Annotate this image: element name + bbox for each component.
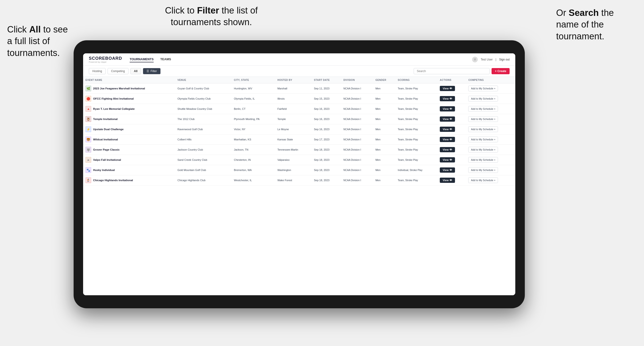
- header-right: U Test User | Sign out: [472, 57, 510, 62]
- cell-division: NCAA Division I: [341, 135, 373, 145]
- eye-icon: 👁: [450, 138, 452, 141]
- cell-hosted-by: Kansas State: [275, 135, 312, 145]
- event-name-text: Wildcat Invitational: [93, 138, 118, 141]
- cell-event-name: 🏌 Chicago Highlands Invitational: [83, 175, 175, 185]
- add-to-schedule-button[interactable]: Add to My Schedule +: [468, 116, 498, 122]
- cell-hosted-by: Washington: [275, 165, 312, 175]
- table-row: 🏌 Chicago Highlands Invitational Chicago…: [83, 175, 515, 185]
- cell-event-name: ⚡ Upstate Dual Challenge: [83, 124, 175, 135]
- eye-icon: 👁: [450, 148, 452, 151]
- view-button[interactable]: View 👁: [440, 178, 455, 183]
- view-button[interactable]: View 👁: [440, 168, 455, 173]
- cell-competing: Add to My Schedule +: [466, 165, 515, 175]
- cell-venue: Chicago Highlands Club: [175, 175, 232, 185]
- cell-gender: Men: [373, 175, 396, 185]
- view-button[interactable]: View 👁: [440, 147, 455, 152]
- add-to-schedule-button[interactable]: Add to My Schedule +: [468, 137, 498, 142]
- logo-area: SCOREBOARD Powered by clippd: [89, 56, 122, 63]
- add-to-schedule-button[interactable]: Add to My Schedule +: [468, 167, 498, 173]
- view-button[interactable]: View 👁: [440, 116, 455, 122]
- cell-venue: Olympia Fields Country Club: [175, 94, 232, 104]
- cell-city: Jackson, TN: [232, 145, 275, 155]
- cell-event-name: ⚔ Valpo Fall Invitational: [83, 155, 175, 165]
- cell-start-date: Sep 18, 2023: [312, 165, 341, 175]
- col-division: DIVISION: [341, 77, 373, 83]
- cell-hosted-by: Illinois: [275, 94, 312, 104]
- cell-gender: Men: [373, 135, 396, 145]
- team-logo: 🌿: [86, 86, 91, 91]
- view-button[interactable]: View 👁: [440, 96, 455, 101]
- cell-scoring: Team, Stroke Play: [396, 83, 438, 94]
- tablet-frame: SCOREBOARD Powered by clippd TOURNAMENTS…: [74, 40, 525, 308]
- create-button[interactable]: + Create: [492, 68, 510, 74]
- cell-division: NCAA Division I: [341, 175, 373, 185]
- cell-division: NCAA Division I: [341, 124, 373, 135]
- cell-scoring: Team, Stroke Play: [396, 114, 438, 124]
- team-logo: ⚡: [86, 126, 91, 132]
- nav-tournaments[interactable]: TOURNAMENTS: [130, 56, 154, 62]
- app-logo: SCOREBOARD: [89, 56, 122, 61]
- add-to-schedule-button[interactable]: Add to My Schedule +: [468, 106, 498, 112]
- cell-city: Westchester, IL: [232, 175, 275, 185]
- tournaments-table: EVENT NAME VENUE CITY, STATE HOSTED BY S…: [83, 77, 515, 185]
- view-button[interactable]: View 👁: [440, 86, 455, 91]
- toolbar: Hosting Competing All ☰ Filter + Create: [83, 66, 515, 77]
- annotation-top-right: Or Search the name of the tournament.: [556, 7, 637, 42]
- cell-city: Plymouth Meeting, PA: [232, 114, 275, 124]
- user-avatar: U: [472, 57, 478, 62]
- event-name-text: Chicago Highlands Invitational: [93, 179, 133, 182]
- cell-actions: View 👁: [438, 165, 466, 175]
- cell-actions: View 👁: [438, 114, 466, 124]
- add-to-schedule-button[interactable]: Add to My Schedule +: [468, 96, 498, 102]
- cell-gender: Men: [373, 165, 396, 175]
- cell-event-name: 🦉 Temple Invitational: [83, 114, 175, 124]
- tab-competing[interactable]: Competing: [108, 68, 128, 74]
- table-body: 🌿 2023 Joe Feaganes Marshall Invitationa…: [83, 83, 515, 185]
- team-logo: 🔺: [86, 106, 91, 112]
- eye-icon: 👁: [450, 128, 452, 131]
- cell-division: NCAA Division I: [341, 114, 373, 124]
- event-name-text: Temple Invitational: [93, 118, 118, 121]
- cell-start-date: Sep 18, 2023: [312, 145, 341, 155]
- search-input[interactable]: [414, 68, 490, 74]
- view-button[interactable]: View 👁: [440, 157, 455, 163]
- add-to-schedule-button[interactable]: Add to My Schedule +: [468, 147, 498, 153]
- tab-all[interactable]: All: [130, 68, 141, 74]
- cell-city: Chesterton, IN: [232, 155, 275, 165]
- table-row: 🔴 OFCC Fighting Illini Invitational Olym…: [83, 94, 515, 104]
- annotation-top-left: Click All to see a full list of tourname…: [7, 24, 69, 59]
- event-name-text: 2023 Joe Feaganes Marshall Invitational: [93, 87, 145, 90]
- event-name-text: OFCC Fighting Illini Invitational: [93, 97, 134, 100]
- cell-gender: Men: [373, 145, 396, 155]
- filter-button[interactable]: ☰ Filter: [143, 68, 160, 74]
- event-name-text: Husky Individual: [93, 169, 115, 172]
- add-to-schedule-button[interactable]: Add to My Schedule +: [468, 157, 498, 163]
- sign-out-link[interactable]: Sign out: [499, 58, 510, 61]
- table-row: ⚡ Upstate Dual Challenge Ravenwood Golf …: [83, 124, 515, 135]
- tab-hosting[interactable]: Hosting: [89, 68, 106, 74]
- cell-venue: Ravenwood Golf Club: [175, 124, 232, 135]
- add-to-schedule-button[interactable]: Add to My Schedule +: [468, 86, 498, 91]
- cell-venue: Shuttle Meadow Country Club: [175, 104, 232, 114]
- cell-actions: View 👁: [438, 135, 466, 145]
- view-button[interactable]: View 👁: [440, 127, 455, 132]
- event-name-text: Grover Page Classic: [93, 148, 120, 151]
- nav-teams[interactable]: TEAMS: [160, 56, 171, 62]
- cell-venue: The 1912 Club: [175, 114, 232, 124]
- cell-competing: Add to My Schedule +: [466, 175, 515, 185]
- cell-venue: Colbert Hills: [175, 135, 232, 145]
- add-to-schedule-button[interactable]: Add to My Schedule +: [468, 177, 498, 183]
- event-name-text: Ryan T. Lee Memorial Collegiate: [93, 107, 135, 110]
- cell-competing: Add to My Schedule +: [466, 83, 515, 94]
- cell-actions: View 👁: [438, 83, 466, 94]
- cell-start-date: Sep 16, 2023: [312, 104, 341, 114]
- add-to-schedule-button[interactable]: Add to My Schedule +: [468, 126, 498, 132]
- cell-division: NCAA Division I: [341, 104, 373, 114]
- team-logo: 🏌: [86, 177, 91, 183]
- cell-venue: Sand Creek Country Club: [175, 155, 232, 165]
- table-row: 🐺 Grover Page Classic Jackson Country Cl…: [83, 145, 515, 155]
- view-button[interactable]: View 👁: [440, 106, 455, 111]
- view-button[interactable]: View 👁: [440, 137, 455, 142]
- cell-hosted-by: Wake Forest: [275, 175, 312, 185]
- eye-icon: 👁: [450, 97, 452, 100]
